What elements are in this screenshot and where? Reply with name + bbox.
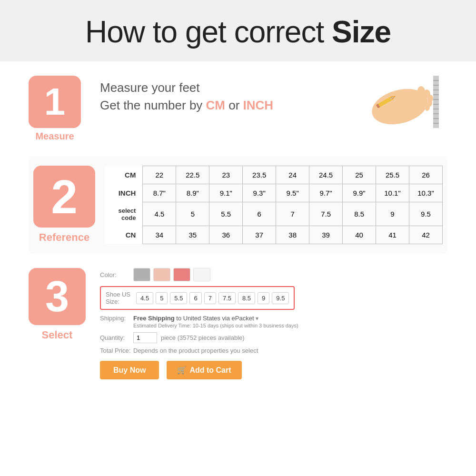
swatch-gray[interactable]	[133, 268, 150, 281]
step1-cm: CM	[206, 98, 225, 112]
shipping-info: Free Shipping to United States via ePack…	[133, 315, 298, 328]
header-section: How to get correct Size	[0, 0, 476, 61]
color-label: Color:	[100, 271, 133, 278]
shipping-free: Free Shipping	[133, 315, 175, 322]
table-cell: 24.5	[309, 166, 343, 184]
cart-icon: 🛒	[177, 366, 187, 375]
step1-or: or	[225, 98, 243, 112]
cart-label: Add to Cart	[189, 366, 231, 375]
step1-badge-wrap: 1 Measure	[29, 76, 81, 142]
page-title: How to get correct Size	[10, 14, 466, 50]
size-table: CM2222.52323.52424.52525.526INCH8.7"8.9"…	[105, 166, 443, 244]
add-to-cart-button[interactable]: 🛒 Add to Cart	[167, 361, 241, 379]
foot-illustration	[352, 71, 447, 133]
table-cell: 5	[176, 202, 209, 226]
table-cell: 10.3"	[409, 184, 443, 202]
table-cell: 36	[209, 226, 243, 244]
table-cell: 8.7"	[143, 184, 176, 202]
size-row: Shoe USSize: 4.555.5677.58.599.5	[100, 286, 447, 310]
table-cell: 23	[209, 166, 243, 184]
table-cell: 34	[143, 226, 176, 244]
table-cell: 24	[276, 166, 309, 184]
buy-now-button[interactable]: Buy Now	[100, 361, 159, 379]
step3-badge: 3	[29, 268, 86, 325]
size-selector-box: Shoe USSize: 4.555.5677.58.599.5	[100, 286, 295, 310]
step1-badge: 1	[29, 76, 81, 128]
step2-section: 2 Reference CM2222.52323.52424.52525.526…	[29, 156, 447, 254]
table-cell: 35	[176, 226, 209, 244]
size-buttons-group: 4.555.5677.58.599.5	[136, 292, 289, 304]
quantity-info: piece (35752 pieces available)	[161, 334, 245, 341]
table-cell: 10.1"	[376, 184, 409, 202]
size-option-button[interactable]: 4.5	[136, 292, 153, 304]
shipping-row: Shipping: Free Shipping to United States…	[100, 315, 447, 328]
shipping-dest: to United States via ePacket	[175, 315, 254, 322]
table-cell: 40	[343, 226, 376, 244]
size-option-button[interactable]: 5.5	[170, 292, 187, 304]
step3-left: 3 Select	[29, 268, 86, 341]
size-option-button[interactable]: 7.5	[218, 292, 236, 304]
size-option-button[interactable]: 5	[156, 292, 168, 304]
color-swatches	[133, 268, 210, 281]
table-cell: 39	[309, 226, 343, 244]
swatch-pink[interactable]	[173, 268, 190, 281]
title-normal: How to get correct	[85, 15, 332, 49]
table-cell: 25	[343, 166, 376, 184]
size-option-button[interactable]: 9.5	[272, 292, 289, 304]
step3-label: Select	[42, 329, 73, 341]
table-cell: 8.5	[343, 202, 376, 226]
step1-line2-prefix: Get the number by	[100, 98, 206, 112]
table-cell: 37	[243, 226, 276, 244]
total-info: Depends on the product properties you se…	[133, 347, 258, 354]
step3-section: 3 Select Color: Shoe USSize: 4.555.5677.…	[29, 268, 447, 379]
step3-number: 3	[45, 275, 69, 318]
swatch-white[interactable]	[193, 268, 210, 281]
main-content: 1 Measure Measure your feet Get the numb…	[0, 61, 476, 389]
step1-number: 1	[44, 83, 66, 121]
swatch-pink-light[interactable]	[153, 268, 170, 281]
table-cell: 9.5	[409, 202, 443, 226]
table-cell: 9	[376, 202, 409, 226]
table-cell: 7.5	[309, 202, 343, 226]
shipping-sub: Estimated Delivery Time: 10-15 days (shi…	[133, 323, 298, 328]
table-cell: 23.5	[243, 166, 276, 184]
svg-rect-0	[433, 76, 439, 128]
size-option-button[interactable]: 9	[258, 292, 269, 304]
table-cell: 9.5"	[276, 184, 309, 202]
quantity-input[interactable]	[133, 332, 157, 343]
table-cell: 5.5	[209, 202, 243, 226]
table-cell: 9.7"	[309, 184, 343, 202]
title-bold: Size	[332, 15, 391, 49]
step1-inch: INCH	[243, 98, 274, 112]
table-cell: 22.5	[176, 166, 209, 184]
table-cell: 8.9"	[176, 184, 209, 202]
action-buttons: Buy Now 🛒 Add to Cart	[100, 361, 447, 379]
table-cell: 38	[276, 226, 309, 244]
table-cell: 6	[243, 202, 276, 226]
table-cell: 22	[143, 166, 176, 184]
table-cell: 26	[409, 166, 443, 184]
quantity-row: Quantity: piece (35752 pieces available)	[100, 332, 447, 343]
step2-label: Reference	[39, 231, 89, 244]
step2-number: 2	[51, 173, 78, 220]
size-option-button[interactable]: 8.5	[238, 292, 255, 304]
total-row: Total Price: Depends on the product prop…	[100, 347, 447, 354]
color-row: Color:	[100, 268, 447, 281]
table-cell: 4.5	[143, 202, 176, 226]
table-cell: 9.1"	[209, 184, 243, 202]
table-cell: 9.3"	[243, 184, 276, 202]
table-cell: 9.9"	[343, 184, 376, 202]
table-cell: 42	[409, 226, 443, 244]
total-label: Total Price:	[100, 347, 133, 354]
table-cell: 41	[376, 226, 409, 244]
step1-label: Measure	[35, 131, 74, 142]
step2-badge: 2	[33, 166, 95, 228]
size-option-button[interactable]: 6	[189, 292, 201, 304]
size-option-button[interactable]: 7	[204, 292, 216, 304]
table-cell: 7	[276, 202, 309, 226]
shoe-size-label: Shoe USSize:	[106, 291, 130, 305]
step2-left: 2 Reference	[33, 166, 95, 244]
selector-panel: Color: Shoe USSize: 4.555.5677.58.599.5 …	[100, 268, 447, 379]
table-cell: 25.5	[376, 166, 409, 184]
step1-section: 1 Measure Measure your feet Get the numb…	[29, 76, 447, 142]
